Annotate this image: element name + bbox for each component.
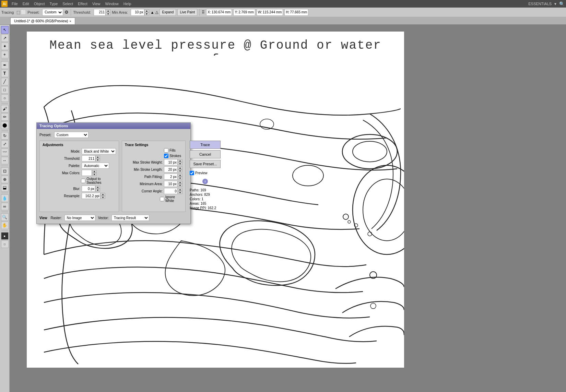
threshold-spinner[interactable]: ▲ ▼ [82, 155, 100, 162]
line-tool[interactable]: ╱ [1, 78, 9, 85]
blend-tool[interactable]: ∞ [1, 203, 9, 210]
max-stroke-weight-spinner[interactable]: ▲ ▼ [164, 159, 182, 165]
y-label: Y: [235, 10, 238, 14]
search-icon[interactable]: 🔍 [559, 1, 565, 7]
corner-angle-down[interactable]: ▼ [178, 191, 182, 194]
dialog-title-text: Tracing Options [39, 124, 68, 128]
max-colors-up-btn[interactable]: ▲ [92, 170, 97, 173]
eyedropper-tool[interactable]: 💧 [1, 194, 9, 202]
y-coord: Y: 2.769 mm [233, 9, 255, 16]
rotate-tool[interactable]: ↻ [1, 132, 9, 140]
menu-help[interactable]: Help [121, 1, 133, 7]
menu-type[interactable]: Type [48, 1, 60, 7]
width-tool[interactable]: ↔ [1, 157, 9, 164]
max-colors-spinner[interactable]: ▲ ▼ [82, 170, 97, 176]
max-stroke-weight-down[interactable]: ▼ [178, 162, 182, 165]
max-colors-down-btn[interactable]: ▼ [92, 173, 97, 176]
tab-close-button[interactable]: × [69, 20, 71, 23]
minimum-area-up[interactable]: ▲ [178, 181, 182, 184]
menu-object[interactable]: Object [32, 1, 47, 7]
cancel-button[interactable]: Cancel [190, 150, 221, 158]
ignore-white-checkbox[interactable] [160, 197, 164, 201]
min-area-label: Min Area: [112, 10, 128, 14]
live-paint-tool[interactable]: ⬓ [1, 184, 9, 191]
min-area-down[interactable]: ▼ [144, 12, 149, 15]
blob-brush-tool[interactable]: ⬤ [1, 121, 9, 129]
toolbar-icon-1: ⬚ [16, 10, 20, 15]
image-ppi-stat: Image PPI: 162.2 [190, 206, 221, 210]
blur-spinner[interactable]: ▲ ▼ [82, 186, 100, 192]
min-area-input[interactable]: ▲ ▼ [131, 9, 149, 16]
corner-angle-up[interactable]: ▲ [178, 188, 182, 191]
min-stroke-length-up[interactable]: ▲ [178, 166, 182, 169]
preview-checkbox[interactable] [190, 171, 194, 175]
strokes-checkbox[interactable] [164, 154, 168, 158]
mode-label: Mode: [43, 150, 80, 153]
path-fitting-spinner[interactable]: ▲ ▼ [164, 174, 182, 180]
magic-wand-tool[interactable]: ✦ [1, 43, 9, 50]
settings-icon[interactable]: ⚙ [64, 10, 69, 15]
menu-file[interactable]: File [10, 1, 20, 7]
selection-tool[interactable]: ↖ [1, 26, 9, 34]
threshold-down[interactable]: ▼ [106, 12, 110, 15]
raster-dropdown[interactable]: No Image [64, 215, 95, 221]
image-ppi-value: 162.2 [208, 206, 216, 210]
lasso-tool[interactable]: ⌖ [1, 51, 9, 58]
menu-window[interactable]: Window [103, 1, 121, 7]
trace-button[interactable]: Trace [190, 141, 221, 149]
live-paint-button[interactable]: Live Paint [177, 9, 197, 16]
threshold-input[interactable]: ▲ ▼ [94, 9, 110, 16]
dialog-preset-dropdown[interactable]: Custom [54, 132, 89, 138]
minimum-area-spinner[interactable]: ▲ ▼ [164, 181, 182, 187]
document-tab[interactable]: Untitled-1* @ 600% (RGB/Preview) × [10, 17, 75, 24]
threshold-up[interactable]: ▲ [106, 9, 110, 12]
menu-effect[interactable]: Effect [76, 1, 90, 7]
min-stroke-length-spinner[interactable]: ▲ ▼ [164, 166, 182, 173]
scale-tool[interactable]: ⤢ [1, 140, 9, 148]
pencil-tool[interactable]: ✏ [1, 113, 9, 121]
path-fitting-down[interactable]: ▼ [178, 177, 182, 180]
palette-dropdown[interactable]: Automatic [82, 163, 109, 169]
stroke-swatch[interactable]: □ [1, 240, 9, 248]
workspace-dropdown-icon[interactable]: ▼ [554, 2, 557, 6]
pen-tool[interactable]: ✒ [1, 61, 9, 69]
warp-tool[interactable]: 〰 [1, 149, 9, 156]
type-tool[interactable]: T [1, 70, 9, 77]
max-stroke-weight-up[interactable]: ▲ [178, 159, 182, 162]
shape-builder-tool[interactable]: ⊕ [1, 176, 9, 183]
preset-dropdown[interactable]: Custom [42, 9, 63, 16]
zoom-tool[interactable]: 🔍 [1, 213, 9, 221]
resample-up-btn[interactable]: ▲ [101, 193, 105, 196]
resample-spinner[interactable]: ▲ ▼ [82, 193, 105, 199]
main-layout: ↖ ↗ ✦ ⌖ ✒ T ╱ □ ○ 🖌 ✏ ⬤ ↻ ⤢ 〰 ↔ ⊡ ⊕ ⬓ 💧 … [0, 25, 566, 392]
path-fitting-up[interactable]: ▲ [178, 174, 182, 177]
corner-angle-spinner[interactable]: ▲ ▼ [164, 188, 182, 194]
vector-dropdown[interactable]: Tracing Result [111, 215, 149, 221]
blur-up-btn[interactable]: ▲ [95, 186, 100, 189]
threshold-down-btn[interactable]: ▼ [95, 158, 100, 162]
fill-swatch[interactable]: ■ [1, 232, 9, 240]
mode-dropdown[interactable]: Black and White [82, 148, 116, 154]
save-preset-button[interactable]: Save Preset... [190, 160, 221, 168]
rect-tool[interactable]: □ [1, 86, 9, 94]
direct-selection-tool[interactable]: ↗ [1, 34, 9, 42]
adjustments-box: Adjustments Mode: Black and White Thresh… [39, 141, 119, 212]
min-stroke-length-down[interactable]: ▼ [178, 169, 182, 173]
paintbrush-tool[interactable]: 🖌 [1, 105, 9, 112]
output-swatches-checkbox[interactable] [81, 179, 85, 183]
menu-select[interactable]: Select [60, 1, 75, 7]
fills-checkbox[interactable] [164, 148, 168, 153]
menu-view[interactable]: View [90, 1, 103, 7]
free-transform-tool[interactable]: ⊡ [1, 167, 9, 175]
dialog-title-bar[interactable]: Tracing Options [37, 123, 190, 129]
ellipse-tool[interactable]: ○ [1, 94, 9, 102]
preview-row: Preview [190, 171, 221, 175]
threshold-up-btn[interactable]: ▲ [95, 155, 100, 158]
min-area-up[interactable]: ▲ [144, 9, 149, 12]
minimum-area-down[interactable]: ▼ [178, 184, 182, 187]
blur-down-btn[interactable]: ▼ [95, 189, 100, 192]
resample-down-btn[interactable]: ▼ [101, 196, 105, 199]
expand-button[interactable]: Expand [160, 9, 176, 16]
menu-edit[interactable]: Edit [21, 1, 31, 7]
hand-tool[interactable]: ✋ [1, 222, 9, 229]
